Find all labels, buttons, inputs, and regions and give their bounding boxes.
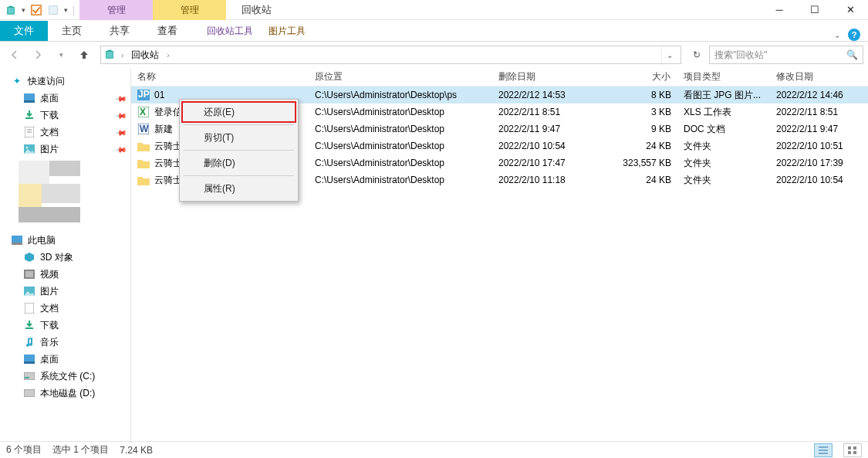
file-deleted: 2022/2/10 11:18 bbox=[492, 175, 616, 185]
sidebar-item-label: 音乐 bbox=[40, 336, 59, 349]
up-button[interactable] bbox=[74, 45, 94, 65]
pictures-icon bbox=[23, 143, 35, 155]
recycle-bin-icon bbox=[5, 4, 17, 16]
menu-separator bbox=[184, 175, 294, 176]
pin-icon: 📌 bbox=[115, 92, 127, 104]
view-details-button[interactable] bbox=[814, 443, 833, 457]
ribbon-collapse-icon[interactable]: ⌄ bbox=[834, 31, 840, 39]
sidebar-drive-c[interactable]: 系统文件 (C:) bbox=[0, 368, 130, 385]
refresh-button[interactable]: ↻ bbox=[687, 46, 706, 64]
forward-button[interactable] bbox=[28, 45, 48, 65]
window-title: 回收站 bbox=[226, 3, 287, 17]
music-icon bbox=[23, 336, 35, 348]
sidebar-item-label: 系统文件 (C:) bbox=[40, 370, 95, 383]
col-modified-date[interactable]: 修改日期 bbox=[770, 70, 868, 83]
tab-picture-tools[interactable]: 图片工具 bbox=[261, 21, 313, 41]
qat-dropdown-1[interactable]: ▾ bbox=[22, 6, 25, 14]
quick-access-toolbar: ▾ ▾ | bbox=[0, 4, 79, 16]
drive-icon bbox=[23, 370, 35, 382]
desktop-icon bbox=[23, 353, 35, 365]
file-size: 3 KB bbox=[616, 107, 677, 117]
address-bar[interactable]: › 回收站 › ⌄ bbox=[100, 46, 681, 64]
recycle-bin-icon bbox=[104, 49, 117, 61]
menu-restore[interactable]: 还原(E) bbox=[182, 102, 296, 122]
col-size[interactable]: 大小 bbox=[616, 70, 677, 83]
file-size: 8 KB bbox=[616, 90, 677, 100]
svg-rect-14 bbox=[12, 243, 22, 245]
sidebar-quick-access[interactable]: ✦ 快速访问 bbox=[0, 73, 130, 90]
svg-text:JPG: JPG bbox=[138, 90, 150, 100]
svg-rect-16 bbox=[25, 271, 33, 277]
close-button[interactable]: ✕ bbox=[833, 0, 868, 20]
minimize-button[interactable]: ─ bbox=[762, 0, 797, 20]
file-modified: 2022/2/11 9:47 bbox=[770, 124, 868, 134]
col-name[interactable]: 名称 bbox=[131, 70, 309, 83]
help-button[interactable]: ? bbox=[848, 29, 860, 41]
sidebar-item-label: 3D 对象 bbox=[40, 251, 73, 264]
menu-properties[interactable]: 属性(R) bbox=[182, 178, 296, 198]
svg-rect-19 bbox=[24, 355, 35, 361]
address-dropdown[interactable]: ⌄ bbox=[661, 46, 677, 63]
sidebar-drive-d[interactable]: 本地磁盘 (D:) bbox=[0, 385, 130, 402]
breadcrumb-recycle[interactable]: 回收站 bbox=[128, 49, 162, 62]
file-size: 323,557 KB bbox=[616, 158, 677, 168]
breadcrumb-separator[interactable]: › bbox=[121, 51, 123, 59]
search-input[interactable]: 搜索"回收站" bbox=[714, 49, 846, 62]
sidebar-3d-objects[interactable]: 3D 对象 bbox=[0, 249, 130, 266]
file-type: 看图王 JPG 图片... bbox=[677, 89, 770, 102]
file-size: 24 KB bbox=[616, 141, 677, 151]
sidebar-this-pc[interactable]: 此电脑 bbox=[0, 232, 130, 249]
col-original-location[interactable]: 原位置 bbox=[309, 70, 492, 83]
file-orig: C:\Users\Administrator\Desktop bbox=[309, 141, 492, 151]
sidebar-item-label: 文档 bbox=[40, 302, 59, 315]
sidebar-desktop[interactable]: 桌面 📌 bbox=[0, 90, 130, 107]
tab-share[interactable]: 共享 bbox=[96, 21, 144, 41]
col-type[interactable]: 项目类型 bbox=[677, 70, 770, 83]
window-controls: ─ ☐ ✕ bbox=[762, 0, 868, 20]
sidebar-documents[interactable]: 文档 📌 bbox=[0, 124, 130, 141]
search-icon[interactable]: 🔍 bbox=[846, 49, 858, 60]
col-deleted-date[interactable]: 删除日期 bbox=[492, 70, 616, 83]
qat-dropdown-2[interactable]: ▾ bbox=[64, 6, 68, 14]
tab-recycle-tools[interactable]: 回收站工具 bbox=[199, 21, 261, 41]
navigation-bar: ▾ › 回收站 › ⌄ ↻ 搜索"回收站" 🔍 bbox=[0, 42, 868, 68]
status-item-count: 6 个项目 bbox=[6, 443, 42, 456]
file-modified: 2022/2/10 10:54 bbox=[770, 175, 868, 185]
maximize-button[interactable]: ☐ bbox=[797, 0, 833, 20]
sidebar-item-label: 下载 bbox=[40, 109, 59, 122]
file-deleted: 2022/2/11 9:47 bbox=[492, 124, 616, 134]
file-modified: 2022/2/11 8:51 bbox=[770, 107, 868, 117]
menu-delete[interactable]: 删除(D) bbox=[182, 153, 296, 173]
tab-view[interactable]: 查看 bbox=[144, 21, 191, 41]
blank-icon[interactable] bbox=[47, 4, 59, 16]
sidebar-documents-pc[interactable]: 文档 bbox=[0, 300, 130, 317]
sidebar-music[interactable]: 音乐 bbox=[0, 334, 130, 351]
3d-icon bbox=[23, 251, 35, 263]
sidebar-downloads-pc[interactable]: 下载 bbox=[0, 317, 130, 334]
menu-cut[interactable]: 剪切(T) bbox=[182, 127, 296, 148]
checkbox-icon[interactable] bbox=[30, 4, 42, 16]
file-type: 文件夹 bbox=[677, 174, 770, 187]
tab-home[interactable]: 主页 bbox=[48, 21, 96, 41]
search-box[interactable]: 搜索"回收站" 🔍 bbox=[709, 46, 863, 64]
title-bar: ▾ ▾ | 管理 管理 回收站 ─ ☐ ✕ bbox=[0, 0, 868, 20]
back-button[interactable] bbox=[5, 45, 25, 65]
contextual-tab-headers: 管理 管理 bbox=[79, 0, 226, 20]
sidebar-desktop-pc[interactable]: 桌面 bbox=[0, 351, 130, 368]
file-orig: C:\Users\Administrator\Desktop bbox=[309, 124, 492, 134]
sidebar-item-label: 桌面 bbox=[40, 92, 59, 105]
breadcrumb-separator[interactable]: › bbox=[167, 51, 169, 59]
svg-rect-4 bbox=[106, 52, 113, 59]
svg-rect-1 bbox=[8, 5, 12, 7]
sidebar-pictures[interactable]: 图片 📌 bbox=[0, 141, 130, 158]
sidebar-downloads[interactable]: 下载 📌 bbox=[0, 107, 130, 124]
svg-rect-20 bbox=[24, 361, 35, 364]
file-modified: 2022/2/10 10:51 bbox=[770, 141, 868, 151]
tab-file[interactable]: 文件 bbox=[0, 21, 48, 41]
view-icons-button[interactable] bbox=[843, 443, 862, 457]
sidebar-videos[interactable]: 视频 bbox=[0, 266, 130, 283]
manage-header-1: 管理 bbox=[79, 0, 153, 20]
recent-dropdown[interactable]: ▾ bbox=[51, 45, 71, 65]
sidebar-pictures-pc[interactable]: 图片 bbox=[0, 283, 130, 300]
file-type: 文件夹 bbox=[677, 157, 770, 170]
